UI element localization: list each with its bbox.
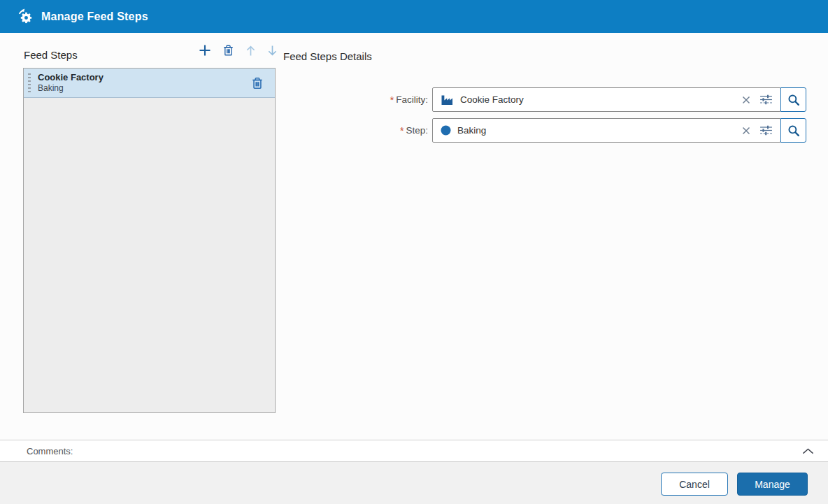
facility-actions bbox=[742, 94, 773, 105]
move-up-button[interactable] bbox=[245, 44, 257, 57]
arrow-down-icon bbox=[267, 48, 278, 59]
filter-sliders-icon bbox=[759, 96, 773, 107]
cancel-button[interactable]: Cancel bbox=[661, 473, 728, 496]
step-label: * Step: bbox=[210, 118, 428, 143]
factory-icon bbox=[441, 94, 454, 106]
facility-search-button[interactable] bbox=[780, 87, 806, 112]
facility-value: Cookie Factory bbox=[460, 94, 524, 105]
clear-icon bbox=[742, 96, 750, 106]
facility-field-row: * Facility: Cookie Factory bbox=[210, 87, 806, 112]
dialog-title: Manage Feed Steps bbox=[41, 10, 148, 23]
filter-sliders-icon bbox=[759, 127, 773, 138]
plus-icon bbox=[199, 48, 211, 59]
step-combobox[interactable]: Baking bbox=[432, 118, 781, 143]
trash-icon bbox=[222, 48, 234, 59]
dialog-titlebar: Manage Feed Steps bbox=[0, 0, 828, 33]
feed-steps-toolbar bbox=[198, 43, 278, 57]
step-item-title: Cookie Factory bbox=[38, 72, 104, 84]
step-item-subtitle: Baking bbox=[38, 83, 104, 94]
manage-gear-icon bbox=[17, 8, 34, 24]
clear-icon bbox=[742, 127, 750, 137]
search-icon bbox=[787, 94, 800, 106]
facility-clear-button[interactable] bbox=[742, 96, 750, 104]
step-field-row: * Step: Baking bbox=[210, 118, 806, 143]
comments-section-header[interactable]: Comments: bbox=[0, 440, 828, 462]
facility-label: * Facility: bbox=[210, 87, 428, 112]
chevron-up-icon[interactable] bbox=[802, 448, 814, 454]
dialog-footer: Cancel Manage bbox=[0, 462, 828, 504]
step-search-button[interactable] bbox=[780, 118, 806, 143]
step-circle-icon bbox=[441, 125, 451, 136]
delete-step-button[interactable] bbox=[222, 43, 235, 57]
comments-label: Comments: bbox=[27, 446, 73, 456]
required-marker: * bbox=[400, 125, 404, 136]
facility-label-text: Facility: bbox=[396, 94, 428, 105]
step-value: Baking bbox=[457, 125, 486, 136]
drag-handle-icon[interactable] bbox=[28, 73, 31, 92]
feed-steps-details-heading: Feed Steps Details bbox=[283, 50, 372, 62]
required-marker: * bbox=[390, 94, 394, 106]
add-step-button[interactable] bbox=[198, 43, 212, 57]
step-actions bbox=[742, 125, 773, 136]
facility-combobox[interactable]: Cookie Factory bbox=[432, 87, 781, 112]
move-down-button[interactable] bbox=[266, 44, 278, 57]
step-item-text: Cookie Factory Baking bbox=[38, 72, 104, 94]
facility-filters-button[interactable] bbox=[759, 94, 773, 105]
step-label-text: Step: bbox=[406, 125, 428, 136]
search-icon bbox=[787, 124, 800, 137]
manage-button[interactable]: Manage bbox=[737, 473, 808, 496]
step-filters-button[interactable] bbox=[759, 125, 773, 136]
step-clear-button[interactable] bbox=[742, 127, 750, 135]
feed-steps-heading: Feed Steps bbox=[24, 49, 78, 61]
arrow-up-icon bbox=[245, 48, 256, 59]
manage-feed-steps-dialog: Manage Feed Steps Feed Steps bbox=[0, 0, 828, 504]
